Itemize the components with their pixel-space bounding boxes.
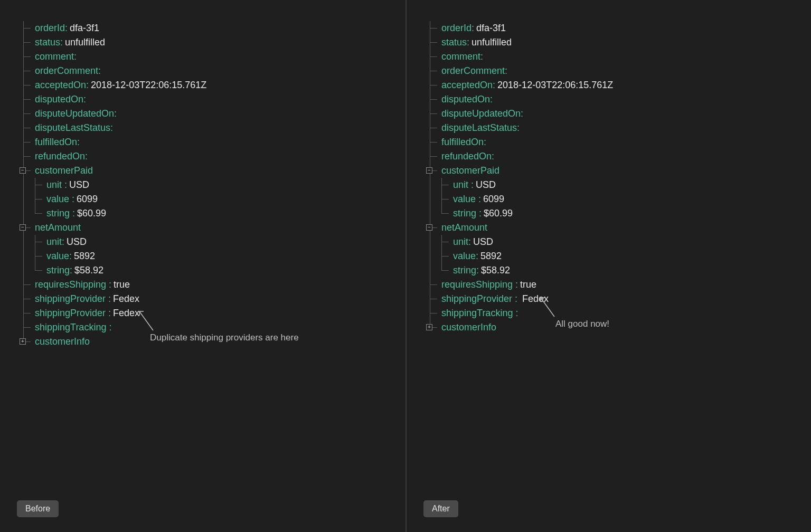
before-badge: Before	[17, 500, 59, 517]
tree-node: fulfilledOn:	[430, 135, 800, 149]
tree-node: status:unfulfilled	[23, 35, 395, 50]
tree-key: value:	[46, 251, 72, 261]
json-tree-before: orderId:dfa-3f1status:unfulfilledcomment…	[23, 21, 395, 349]
tree-node: requiresShipping :true	[23, 278, 395, 292]
tree-key: customerPaid	[35, 165, 93, 176]
tree-value: USD	[69, 179, 89, 190]
tree-node: acceptedOn:2018-12-03T22:06:15.761Z	[23, 78, 395, 92]
tree-key: orderId:	[441, 23, 474, 33]
tree-key: acceptedOn:	[441, 80, 495, 90]
tree-node: shippingProvider :Fedex	[23, 306, 395, 320]
tree-children: unit:USDvalue:5892string:$58.92	[441, 235, 800, 278]
tree-key: shippingProvider :	[35, 308, 111, 318]
tree-node: acceptedOn:2018-12-03T22:06:15.761Z	[430, 78, 800, 92]
collapse-icon[interactable]	[426, 167, 432, 174]
tree-key: requiresShipping :	[441, 279, 518, 290]
tree-value: 5892	[480, 251, 502, 261]
tree-key: customerInfo	[35, 336, 90, 347]
tree-node: refundedOn:	[23, 149, 395, 164]
tree-key: comment:	[35, 51, 77, 62]
tree-key: shippingProvider :	[441, 293, 517, 304]
expand-icon[interactable]	[426, 324, 432, 330]
annotation-text: All good now!	[555, 319, 609, 329]
tree-key: acceptedOn:	[35, 80, 89, 90]
after-panel: orderId:dfa-3f1status:unfulfilledcomment…	[406, 0, 811, 532]
tree-node: fulfilledOn:	[23, 135, 395, 149]
tree-key: comment:	[441, 51, 483, 62]
tree-value: unfulfilled	[65, 37, 105, 48]
tree-node: unit:USD	[441, 235, 800, 249]
tree-key: status:	[35, 37, 63, 48]
comparison-split: orderId:dfa-3f1status:unfulfilledcomment…	[0, 0, 811, 532]
tree-node: orderComment:	[430, 64, 800, 78]
tree-value: true	[520, 279, 536, 290]
annotation-text: Duplicate shipping providers are here	[150, 332, 299, 343]
collapse-icon[interactable]	[20, 167, 26, 174]
tree-node: refundedOn:	[430, 149, 800, 164]
tree-value: 2018-12-03T22:06:15.761Z	[91, 80, 206, 90]
tree-node: customerInfo	[430, 320, 800, 335]
tree-key: shippingProvider :	[35, 293, 111, 304]
collapse-icon[interactable]	[426, 224, 432, 231]
tree-node: orderId:dfa-3f1	[430, 21, 800, 35]
tree-value: Fedex	[113, 308, 139, 318]
tree-node: disputedOn:	[430, 92, 800, 107]
tree-node: comment:	[430, 50, 800, 64]
tree-node: netAmount	[23, 221, 395, 235]
after-badge: After	[423, 500, 458, 517]
tree-key: orderComment:	[35, 65, 101, 76]
tree-value: USD	[67, 236, 87, 247]
tree-children: unit :USDvalue :6099string :$60.99	[35, 178, 395, 221]
tree-value: $58.92	[481, 265, 510, 276]
tree-key: disputeUpdatedOn:	[35, 108, 117, 119]
tree-node: string :$60.99	[35, 206, 395, 221]
expand-icon[interactable]	[20, 338, 26, 345]
tree-value: 5892	[74, 251, 95, 261]
tree-value: USD	[476, 179, 496, 190]
tree-node: orderId:dfa-3f1	[23, 21, 395, 35]
tree-key: refundedOn:	[441, 151, 494, 162]
tree-value: $60.99	[484, 208, 513, 218]
tree-node: customerPaid	[23, 164, 395, 178]
tree-node: disputeUpdatedOn:	[430, 107, 800, 121]
tree-key: netAmount	[441, 222, 487, 233]
tree-key: string :	[46, 208, 75, 218]
tree-node: shippingProvider :Fedex	[23, 292, 395, 306]
tree-key: value :	[46, 194, 74, 204]
tree-node: value:5892	[35, 249, 395, 263]
tree-value: true	[114, 279, 130, 290]
tree-key: customerPaid	[441, 165, 499, 176]
tree-key: netAmount	[35, 222, 81, 233]
tree-key: disputeLastStatus:	[35, 122, 113, 133]
tree-node: customerPaid	[430, 164, 800, 178]
tree-node: string:$58.92	[441, 263, 800, 278]
tree-key: value :	[453, 194, 481, 204]
tree-node: unit :USD	[35, 178, 395, 192]
tree-key: string:	[46, 265, 72, 276]
tree-key: refundedOn:	[35, 151, 88, 162]
annotation-arrow-icon	[540, 297, 540, 297]
tree-key: unit :	[46, 179, 67, 190]
tree-key: shippingTracking :	[35, 322, 111, 332]
tree-key: requiresShipping :	[35, 279, 111, 290]
tree-value: 6099	[77, 194, 98, 204]
tree-node: string:$58.92	[35, 263, 395, 278]
tree-value: Fedex	[113, 293, 139, 304]
tree-node: requiresShipping :true	[430, 278, 800, 292]
tree-key: disputeUpdatedOn:	[441, 108, 523, 119]
tree-key: shippingTracking :	[441, 308, 518, 318]
tree-value: dfa-3f1	[476, 23, 506, 33]
tree-node: shippingTracking :	[430, 306, 800, 320]
collapse-icon[interactable]	[20, 224, 26, 231]
tree-value: 2018-12-03T22:06:15.761Z	[497, 80, 613, 90]
tree-value: $58.92	[74, 265, 103, 276]
tree-key: disputedOn:	[441, 94, 493, 104]
tree-node: string :$60.99	[441, 206, 800, 221]
tree-value: USD	[473, 236, 493, 247]
tree-key: fulfilledOn:	[441, 137, 486, 147]
tree-value: unfulfilled	[471, 37, 512, 48]
tree-key: unit :	[453, 179, 474, 190]
tree-node: disputeLastStatus:	[430, 121, 800, 135]
tree-key: disputeLastStatus:	[441, 122, 520, 133]
tree-node: shippingProvider : Fedex	[430, 292, 800, 306]
